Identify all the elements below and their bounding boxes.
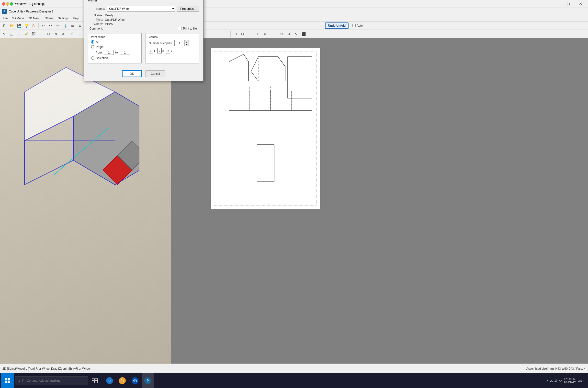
toolbar2-zoom[interactable]: ⊞ [77, 31, 83, 37]
toolbar2-image[interactable]: 🖼 [30, 31, 37, 37]
menu-help[interactable]: Help [71, 16, 81, 21]
task-view-button[interactable] [89, 373, 101, 388]
toolbar2-align-mid[interactable]: ≡ [261, 31, 268, 37]
svg-rect-34 [250, 86, 270, 91]
copies-up-button[interactable]: ▲ [185, 40, 188, 43]
svg-rect-35 [257, 145, 274, 181]
menu-file[interactable]: File [1, 16, 10, 21]
svg-rect-37 [8, 378, 10, 380]
taskbar: ⊙ I'm Cortana. Ask me anything. e 🗀 🛍 [0, 373, 588, 388]
toolbar2-pan[interactable]: ☩ [69, 31, 76, 37]
menu-others[interactable]: Others [43, 16, 55, 21]
toolbar2-select[interactable]: ⬚ [8, 31, 15, 37]
toolbar-cog[interactable]: ⚙ [77, 23, 83, 29]
num-copies-label: Number of copies: [149, 42, 172, 45]
window-close-button[interactable]: ✕ [575, 0, 586, 8]
print-range-title: Print range [91, 35, 138, 38]
copies-value-input[interactable] [175, 40, 185, 46]
max-dot[interactable] [10, 2, 13, 6]
copies-spinbox: ▲ ▼ [174, 40, 189, 46]
toolbar-anchor[interactable]: ⚓ [62, 23, 69, 29]
taskbar-right: ∧ 🖧 🔊 🗨 12:29 PM 2/18/2017 Left ☆ [547, 377, 587, 384]
where-label: Where: [88, 23, 105, 26]
toolbar-open[interactable]: 📂 [8, 23, 15, 29]
toolbar2-align-center[interactable]: ⊟ [239, 31, 246, 37]
svg-marker-25 [229, 54, 248, 81]
tray-network[interactable]: 🖧 [550, 379, 553, 382]
toolbar2-align-right[interactable]: ⊢ [246, 31, 253, 37]
taskbar-store-button[interactable]: 🛍 [129, 373, 141, 388]
toolbar2-align-top[interactable]: ⊤ [254, 31, 261, 37]
print-to-file-checkbox[interactable] [178, 27, 182, 30]
windows-icon [5, 378, 10, 383]
collate-icons: 1 1 2 [149, 48, 196, 53]
svg-rect-36 [5, 378, 7, 380]
cortana-search[interactable]: ⊙ I'm Cortana. Ask me anything. [15, 376, 88, 385]
toolbar-save[interactable]: 💾 [16, 23, 23, 29]
auto-checkbox-row: ✓ Auto [352, 24, 363, 27]
menu-3d[interactable]: 3D Menu [10, 16, 26, 21]
toolbar2-repeat[interactable]: ↻ [52, 31, 59, 37]
toolbar2-letter[interactable]: T [38, 31, 45, 37]
toolbar-light[interactable]: 💡 [23, 23, 30, 29]
toolbar2-transform[interactable]: ⬛ [300, 31, 307, 37]
search-placeholder: I'm Cortana. Ask me anything. [22, 379, 61, 382]
menu-2d[interactable]: 2D Menu [27, 16, 42, 21]
svg-rect-41 [95, 378, 98, 380]
svg-rect-43 [95, 381, 98, 383]
status-left: 2D [Select/Move] L [Pan] R or Wheel Drag… [2, 367, 90, 370]
toolbar-new[interactable]: 🗋 [1, 23, 8, 29]
svg-rect-33 [229, 86, 250, 91]
2d-view[interactable] [171, 38, 588, 364]
toolbar2-grid[interactable]: ⊞ [16, 31, 23, 37]
toolbar-cube[interactable]: ⬡ [30, 23, 37, 29]
collate-icon-2[interactable]: 2 2 [157, 48, 164, 53]
toolbar2-align-left[interactable]: ⊣ [232, 31, 239, 37]
toolbar2-align-bot[interactable]: ⊥ [268, 31, 275, 37]
toolbar-pen[interactable]: ✏ [54, 23, 61, 29]
3d-view[interactable] [0, 38, 171, 364]
radio-all[interactable] [91, 40, 94, 44]
app-icon: P [2, 9, 7, 14]
to-input[interactable] [120, 50, 130, 55]
restore-button[interactable]: ◻ [562, 0, 574, 8]
tray-action-center[interactable]: 🗨 [559, 379, 562, 382]
taskbar-clock[interactable]: 12:29 PM 2/18/2017 [564, 377, 576, 384]
toolbar2-size[interactable]: ⤡ [293, 31, 300, 37]
collate-icon-1[interactable]: 1 1 [149, 48, 155, 53]
toolbar2-cursor[interactable]: ↖ [1, 31, 8, 37]
auto-label: Auto [357, 24, 363, 27]
tray-speaker[interactable]: 🔊 [554, 379, 558, 382]
toolbar-undo[interactable]: ↩ [40, 23, 47, 29]
menu-settings[interactable]: Settings [56, 16, 70, 21]
properties-button[interactable]: Properties... [177, 6, 199, 12]
collate-icon-3[interactable]: 3 3 [166, 48, 172, 53]
toolbar-rect[interactable]: ▭ [69, 23, 76, 29]
toolbar2-paint[interactable]: 🖌 [23, 31, 30, 37]
ok-button[interactable]: OK [122, 70, 142, 77]
tray-arrow[interactable]: ∧ [547, 379, 549, 382]
min-dot[interactable] [6, 2, 9, 6]
radio-pages[interactable] [91, 45, 94, 48]
taskbar-explorer-button[interactable]: 🗀 [116, 373, 128, 388]
svg-rect-42 [92, 381, 94, 383]
toolbar-redo[interactable]: ↪ [47, 23, 54, 29]
svg-line-11 [25, 160, 73, 185]
auto-checkbox[interactable]: ✓ [352, 24, 356, 27]
cancel-button[interactable]: Cancel [146, 70, 165, 77]
taskbar-ie-button[interactable]: e [104, 373, 115, 388]
toolbar2-rotate-ccw[interactable]: ↺ [285, 31, 292, 37]
close-dot[interactable] [2, 2, 5, 6]
toolbar2-adjust[interactable]: ⊡ [45, 31, 52, 37]
printer-name-select[interactable]: CutePDF Writer [107, 6, 175, 12]
cube-drawing [5, 68, 139, 202]
start-button[interactable] [1, 373, 14, 388]
taskbar-pepakura-button[interactable]: P [142, 373, 154, 388]
toolbar2-redo2[interactable]: ↺ [60, 31, 67, 37]
radio-selection[interactable] [91, 56, 94, 60]
undo-unfold-button[interactable]: Undo Unfold [325, 23, 348, 29]
toolbar2-rotate-cw[interactable]: ↻ [278, 31, 285, 37]
copies-down-button[interactable]: ▼ [185, 43, 188, 46]
from-input[interactable] [104, 50, 114, 55]
minimize-button[interactable]: ─ [550, 0, 561, 8]
